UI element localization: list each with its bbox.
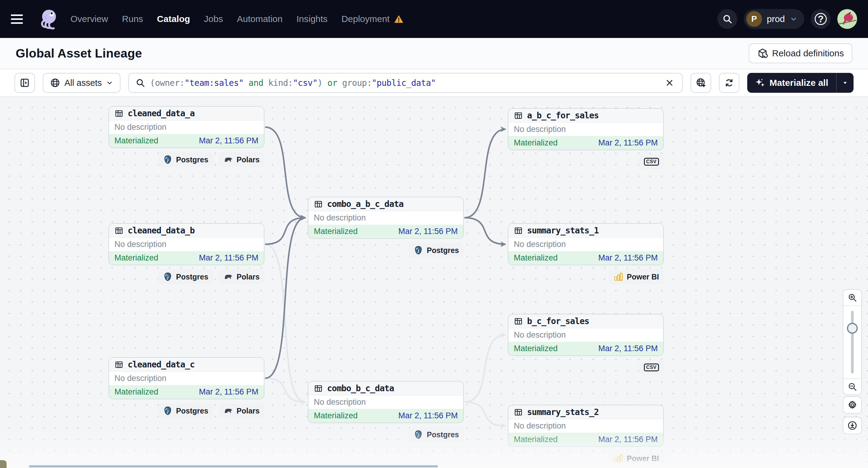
asset-node-cleaned_data_b[interactable]: cleaned_data_bNo descriptionMaterialized… xyxy=(108,223,265,265)
page-title: Global Asset Lineage xyxy=(16,46,142,61)
page-header: Global Asset Lineage Reload definitions xyxy=(0,38,868,69)
asset-status-row: MaterializedMar 2, 11:56 PM xyxy=(508,342,663,355)
asset-node-summary_stats_1[interactable]: summary_stats_1No descriptionMaterialize… xyxy=(508,223,664,265)
asset-tags: PostgresPolars xyxy=(108,270,265,284)
nav-item-runs[interactable]: Runs xyxy=(122,14,143,24)
tag-label: Postgres xyxy=(176,155,209,164)
asset-scope-dropdown[interactable]: All assets xyxy=(43,73,121,93)
asset-node-header: combo_a_b_c_data xyxy=(308,197,463,211)
lineage-toolbar: All assets (owner:"team:sales" and kind:… xyxy=(0,69,868,97)
share-filter-button[interactable] xyxy=(691,73,711,93)
tag-postgres[interactable]: Postgres xyxy=(158,270,213,284)
tag-powerbi[interactable]: Power BI xyxy=(609,451,664,466)
nav-item-overview[interactable]: Overview xyxy=(70,14,108,24)
panel-expand-icon xyxy=(19,77,30,88)
materialize-all-main[interactable]: Materialize all xyxy=(747,73,836,93)
graph-settings-button[interactable] xyxy=(843,396,862,414)
tag-label: Power BI xyxy=(627,273,659,281)
materialize-options-caret[interactable] xyxy=(836,73,854,93)
nav-item-label: Insights xyxy=(297,14,328,24)
user-avatar-bird-image xyxy=(837,9,857,29)
tag-label: Polars xyxy=(237,273,259,281)
tag-label: Polars xyxy=(237,407,259,415)
csv-icon: CSV xyxy=(644,158,659,166)
asset-name: cleaned_data_c xyxy=(128,360,194,370)
dagster-logo-icon[interactable] xyxy=(36,7,59,30)
query-segment-op: and xyxy=(244,78,268,88)
nav-item-label: Catalog xyxy=(157,14,190,24)
lineage-edge-combo_a_b_c_data-to-summary_stats_1 xyxy=(464,218,505,244)
search-icon xyxy=(722,14,733,24)
asset-node-b_c_for_sales[interactable]: b_c_for_salesNo descriptionMaterializedM… xyxy=(508,314,664,356)
asset-description: No description xyxy=(109,121,264,134)
table-icon xyxy=(514,226,523,235)
search-input[interactable]: (owner:"team:sales" and kind:"csv") or g… xyxy=(128,73,683,93)
globe-icon xyxy=(50,78,60,88)
asset-status-badge: Materialized xyxy=(115,253,158,262)
tag-csv[interactable]: CSV xyxy=(639,360,664,375)
download-icon xyxy=(847,420,858,431)
table-icon xyxy=(314,200,323,209)
zoom-out-button[interactable] xyxy=(843,378,861,395)
zoom-in-button[interactable] xyxy=(843,290,861,306)
nav-item-automation[interactable]: Automation xyxy=(237,14,282,24)
asset-name: a_b_c_for_sales xyxy=(527,111,599,121)
asset-status-row: MaterializedMar 2, 11:56 PM xyxy=(109,134,264,148)
refresh-button[interactable] xyxy=(719,73,739,93)
asset-description: No description xyxy=(109,372,264,385)
asset-timestamp: Mar 2, 11:56 PM xyxy=(199,387,258,397)
query-segment-key: ) xyxy=(317,78,328,88)
postgres-icon xyxy=(413,245,423,255)
asset-node-a_b_c_for_sales[interactable]: a_b_c_for_salesNo descriptionMaterialize… xyxy=(508,108,664,150)
search-button[interactable] xyxy=(717,9,737,29)
toggle-sidebar-button[interactable] xyxy=(14,73,35,93)
tag-postgres[interactable]: Postgres xyxy=(409,243,464,257)
sparkle-icon xyxy=(755,78,765,88)
chevron-down-icon xyxy=(106,79,113,87)
zoom-slider[interactable] xyxy=(843,306,861,378)
asset-description: No description xyxy=(308,396,463,409)
postgres-icon xyxy=(163,155,173,164)
clear-search-button[interactable] xyxy=(663,77,676,89)
nav-item-label: Overview xyxy=(70,14,108,24)
materialize-all-button[interactable]: Materialize all xyxy=(747,73,854,93)
tag-polars[interactable]: Polars xyxy=(219,152,265,167)
asset-timestamp: Mar 2, 11:56 PM xyxy=(199,253,258,262)
zoom-slider-thumb[interactable] xyxy=(847,323,858,334)
lineage-edge-combo_b_c_data-to-summary_stats_2 xyxy=(464,402,505,426)
topnav-actions: P prod ? xyxy=(717,9,857,29)
tag-postgres[interactable]: Postgres xyxy=(158,404,213,418)
asset-node-combo_b_c_data[interactable]: combo_b_c_dataNo descriptionMaterialized… xyxy=(308,381,464,423)
menu-button[interactable] xyxy=(11,9,31,29)
tag-postgres[interactable]: Postgres xyxy=(158,152,213,167)
nav-item-deployment[interactable]: Deployment xyxy=(342,14,404,24)
asset-status-row: MaterializedMar 2, 11:56 PM xyxy=(508,433,663,446)
asset-node-summary_stats_2[interactable]: summary_stats_2No descriptionMaterialize… xyxy=(508,405,664,447)
lineage-canvas[interactable]: cleaned_data_aNo descriptionMaterialized… xyxy=(0,97,868,468)
tag-polars[interactable]: Polars xyxy=(219,404,265,418)
reload-cube-icon xyxy=(757,48,768,59)
asset-node-cleaned_data_c[interactable]: cleaned_data_cNo descriptionMaterialized… xyxy=(108,357,265,399)
reload-definitions-label: Reload definitions xyxy=(772,48,844,58)
horizontal-scrollbar[interactable] xyxy=(29,465,438,467)
help-button[interactable]: ? xyxy=(811,9,831,29)
asset-name: b_c_for_sales xyxy=(527,316,589,326)
tag-polars[interactable]: Polars xyxy=(219,270,265,284)
nav-item-insights[interactable]: Insights xyxy=(297,14,328,24)
reload-definitions-button[interactable]: Reload definitions xyxy=(749,43,852,63)
zoom-slider-track[interactable] xyxy=(851,311,854,373)
lineage-edge-cleaned_data_a-to-combo_a_b_c_data xyxy=(265,127,305,218)
deployment-switcher[interactable]: P prod xyxy=(744,9,804,29)
asset-node-header: summary_stats_1 xyxy=(508,224,663,238)
asset-node-combo_a_b_c_data[interactable]: combo_a_b_c_dataNo descriptionMaterializ… xyxy=(308,197,464,239)
search-query: (owner:"team:sales" and kind:"csv") or g… xyxy=(150,78,659,88)
user-avatar[interactable] xyxy=(837,9,857,29)
nav-item-jobs[interactable]: Jobs xyxy=(204,14,223,24)
download-image-button[interactable] xyxy=(843,417,862,434)
nav-item-catalog[interactable]: Catalog xyxy=(157,14,190,24)
tag-powerbi[interactable]: Power BI xyxy=(609,270,664,284)
asset-node-cleaned_data_a[interactable]: cleaned_data_aNo descriptionMaterialized… xyxy=(108,106,265,148)
tag-postgres[interactable]: Postgres xyxy=(409,427,464,442)
zoom-control-panel xyxy=(843,289,862,395)
tag-csv[interactable]: CSV xyxy=(639,155,664,169)
